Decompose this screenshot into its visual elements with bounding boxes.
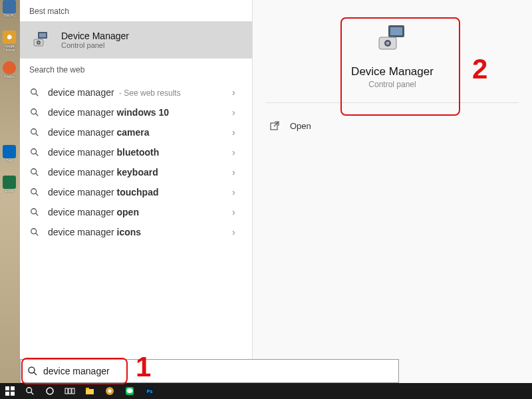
svg-line-34 (31, 392, 34, 395)
suggestion-text: device manager camera (48, 127, 232, 138)
svg-line-16 (36, 194, 39, 196)
desktop-icon-excel[interactable]: Excel (1, 176, 17, 202)
suggestion-text: device manager windows 10 (48, 107, 232, 118)
taskbar-explorer-icon[interactable] (80, 383, 100, 399)
search-box-container[interactable] (20, 359, 399, 383)
chevron-right-icon: › (232, 167, 243, 178)
taskbar-chrome-icon[interactable] (100, 383, 120, 399)
chevron-right-icon: › (232, 127, 243, 138)
desktop-icon-firefox[interactable]: Firefox (1, 61, 17, 88)
svg-line-28 (34, 372, 37, 375)
svg-rect-31 (5, 392, 9, 396)
suggestion-text: device manager touchpad (48, 187, 232, 198)
svg-rect-40 (86, 388, 89, 390)
svg-point-17 (31, 209, 37, 214)
svg-rect-37 (68, 388, 71, 394)
svg-rect-22 (390, 27, 402, 35)
taskbar-cortana-icon[interactable] (40, 383, 60, 399)
detail-panel: Device Manager Control panel Open (253, 0, 532, 383)
desktop-icon-thispc[interactable]: This PC (1, 0, 17, 27)
svg-point-35 (47, 388, 53, 394)
chevron-right-icon: › (232, 227, 243, 237)
suggestion-text: device manager icons (48, 227, 232, 237)
chevron-right-icon: › (232, 147, 243, 158)
svg-point-5 (31, 89, 37, 94)
svg-rect-32 (11, 392, 15, 396)
suggestion-text: device manager bluetooth (48, 147, 232, 158)
suggestion-item[interactable]: device manager - See web results › (20, 82, 252, 102)
search-input[interactable] (43, 366, 392, 376)
svg-rect-30 (11, 386, 15, 390)
svg-point-13 (31, 169, 37, 174)
search-icon (29, 127, 40, 138)
best-match-item[interactable]: Device Manager Control panel (20, 21, 252, 59)
suggestion-item[interactable]: device manager touchpad › (20, 182, 252, 202)
search-icon (29, 87, 40, 98)
taskbar-photoshop-icon[interactable]: Ps (140, 383, 160, 399)
suggestion-item[interactable]: device manager windows 10 › (20, 102, 252, 122)
search-icon (29, 187, 40, 198)
svg-point-19 (31, 229, 37, 234)
search-icon (29, 107, 40, 118)
chevron-right-icon: › (232, 87, 243, 98)
best-match-subtitle: Control panel (61, 41, 129, 49)
suggestion-item[interactable]: device manager keyboard › (20, 162, 252, 182)
section-header-best-match: Best match (20, 0, 252, 21)
svg-point-27 (29, 367, 35, 373)
detail-subtitle: Control panel (266, 80, 519, 89)
svg-point-11 (31, 149, 37, 154)
svg-rect-38 (72, 388, 74, 394)
search-results-panel: Best match Device Manager Control panel … (20, 0, 253, 383)
suggestion-text: device manager keyboard (48, 167, 232, 178)
svg-point-25 (386, 42, 390, 45)
open-icon (269, 120, 281, 131)
detail-device-manager-icon (374, 20, 411, 57)
desktop-icon-chrome[interactable]: Google Chrome (1, 31, 17, 57)
svg-line-12 (36, 154, 39, 156)
taskbar-taskview-icon[interactable] (60, 383, 80, 399)
suggestion-list: device manager - See web results › devic… (20, 80, 252, 242)
chevron-right-icon: › (232, 107, 243, 118)
suggestion-item[interactable]: device manager camera › (20, 122, 252, 142)
detail-header: Device Manager Control panel (266, 20, 519, 103)
svg-line-8 (36, 114, 39, 116)
svg-line-10 (36, 134, 39, 136)
detail-action-label: Open (290, 121, 311, 131)
search-icon (29, 147, 40, 158)
taskbar-line-icon[interactable] (120, 383, 140, 399)
taskbar: Ps (0, 383, 532, 399)
svg-point-15 (31, 189, 37, 194)
svg-point-33 (27, 388, 32, 393)
detail-title: Device Manager (266, 65, 519, 78)
svg-point-9 (31, 129, 37, 134)
svg-line-18 (36, 213, 39, 216)
svg-rect-39 (86, 389, 94, 394)
svg-point-44 (127, 388, 133, 393)
taskbar-search-icon[interactable] (20, 383, 40, 399)
suggestion-item[interactable]: device manager open › (20, 202, 252, 222)
detail-action-open[interactable]: Open (266, 114, 519, 138)
chevron-right-icon: › (232, 187, 243, 198)
suggestion-item[interactable]: device manager bluetooth › (20, 142, 252, 162)
svg-line-20 (36, 233, 39, 236)
svg-point-4 (38, 42, 40, 44)
best-match-title: Device Manager (61, 31, 129, 41)
svg-rect-36 (65, 388, 68, 394)
chevron-right-icon: › (232, 207, 243, 217)
start-button[interactable] (0, 383, 20, 399)
desktop-icons-column: This PC Google Chrome Firefox Zalo Excel (1, 0, 19, 206)
desktop-icon-zalo[interactable]: Zalo (1, 145, 17, 172)
suggestion-item[interactable]: device manager icons › (20, 222, 252, 242)
search-icon (29, 227, 40, 237)
svg-point-7 (31, 109, 37, 114)
svg-point-42 (108, 390, 112, 393)
search-icon (29, 167, 40, 178)
suggestion-text: device manager - See web results (48, 87, 232, 98)
svg-line-6 (36, 94, 39, 96)
search-icon (29, 207, 40, 217)
svg-rect-1 (39, 33, 46, 37)
search-icon (27, 366, 38, 376)
svg-line-14 (36, 174, 39, 176)
svg-rect-29 (5, 386, 9, 390)
svg-text:Ps: Ps (147, 389, 153, 394)
